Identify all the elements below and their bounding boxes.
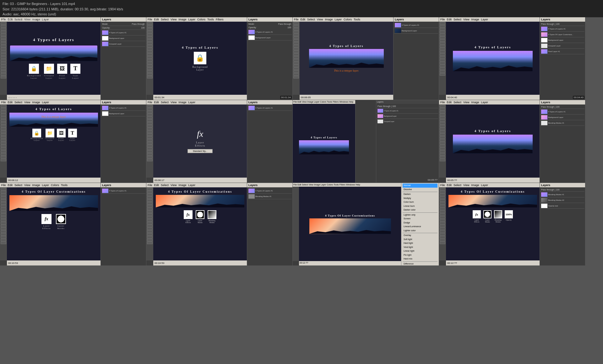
canvas-10: 4 Types Of Layer Customizations fx Layer… [153,187,247,260]
type-text: This is a tttttype layer. [41,115,66,118]
panel-12: FileEditSelectViewImageLayer 4 Types Of … [439,183,585,265]
layers-panel-12: Layers Pass through | 100 Blending Modes… [540,183,585,265]
icon-background: 🔒 BackgroundLayer [27,64,41,79]
layers-panel-3: Layers 4 Types of Layers #1 Background L… [393,17,439,100]
status-bar-4: 00:04:40 [446,95,540,100]
toolbar-4 [439,22,446,95]
title-line1: File: 03 - GIMP for Beginners - Layers 1… [3,1,600,7]
timestamp-2: 00:01:34 [280,96,292,99]
panel-4: FileEditSelectViewImageLayer [439,17,585,100]
toolbar-3 [293,22,300,95]
layers-panel-8: Layers Pass through | 100 4 Types of Lay… [540,100,585,183]
canvas-4: 4 Types of Layers [446,22,540,95]
panels-grid: FileEditSelectViewImageLayer [0,17,603,364]
icons-row-9: fx LayerEffects LayerMasks [41,214,66,230]
panel-9: FileEditSelectViewImageLayerColorsTools … [0,183,146,265]
title-line2: Size: 221316604 bytes (211.11 MiB), dura… [3,7,600,12]
toolbar-9 [0,187,7,260]
icons-row-10: fx LayerEffects LayerMasks BlendingModes [184,210,216,223]
icon-type: T TypeLayer [70,64,80,79]
panel-10: FileEditSelectViewImageLayer 4 Types Of … [146,183,292,265]
status-bar-8: 00:05:?? [446,178,540,183]
status-bar-12: 00:12:?? [446,260,540,265]
toolbar-8 [439,104,446,178]
toolbar-5 [0,104,7,178]
icon-grouped: 📁 GroupedLayer [44,64,54,79]
panel-7: File Edit View Image Layer Colors Tools … [293,100,439,183]
canvas-title-1: 4 Types of Layers [33,37,74,42]
fx-icon-item: fx LayerEffects [41,214,52,230]
panel-11: File Edit Select View Image Layer Colors… [293,183,439,265]
toolbar-12 [439,187,446,260]
layer-row-1: 4 Types of Layers #1 [101,30,145,35]
toolbar-10 [146,187,153,260]
status-bar-3: 00:06:05 [300,95,393,100]
status-bar-6: 00:06:17 [153,178,247,183]
canvas-6: fx LayerEffects Standard Sty... [153,104,247,178]
fx-icon-6: fx [197,129,203,139]
fx-icon-12: fx LayerEffects [473,210,481,223]
icons-row-12: fx LayerEffects LayerMasks BlendingModes [473,210,513,223]
canvas-5: 4 Types of Layers This is a tttttype lay… [7,104,100,178]
layers-panel-1: Layers Mode:Pass through Opacity:100 4 T… [100,17,146,100]
status-bar-2: 00:01:34 [153,95,247,100]
layer-row-2: Background Layer [101,35,145,41]
canvas-9: 4 Types Of Layer Customizations fx Layer… [7,187,100,260]
layers-panel-10: Layers 4 Types of Layers #1 Blending Mod… [247,183,292,265]
canvas-12: 4 Types Of Layer Customizations fx Layer… [446,187,540,260]
toolbar-6 [146,104,153,178]
standard-style: Standard Sty... [187,149,213,153]
panel-1: FileEditSelectViewImageLayer [0,17,146,100]
panel-2: FileEditSelectViewImageLayerColorsToolsF… [146,17,292,100]
icons-row-5: 🔒 BackgroundLayer 📁 GroupedLayer 🖼 Pixel… [30,129,77,141]
mask-icon-item: LayerMasks [56,214,66,230]
canvas-3: 4 Types of Layers This is a tttttype lay… [300,22,393,95]
title-line3: Audio: aac, 48000 Hz, stereo (und) [3,12,600,17]
title-bar: File: 03 - GIMP for Beginners - Layers 1… [0,0,603,17]
canvas-1: 4 Types of Layers 🔒 BackgroundLayer 📁 Gr… [7,22,100,95]
panel-3: FileEditSelectViewImageLayerColorsTools [293,17,439,100]
toolbar-2 [146,22,153,95]
canvas-2: 4 Types of Layers 🔒 BackgroundLayer [153,22,247,95]
opacity-icon-12: 100% Opacity [505,210,513,223]
sunset-image-1 [10,46,97,61]
toolbar-1 [0,22,7,95]
icon-pixel: 🖼 PixelLayer [57,64,67,79]
orange-text: This is a tttttype layer. [334,69,359,72]
layer-row-3: Grouped Layer [101,41,145,47]
layers-panel-2: Layers Mode:Pass through Opacity:100 4 T… [247,17,292,100]
timestamp-4: 00:04:40 [573,96,584,99]
title-line4: Video: h264, yuv420p, 1280×720, 29.97 fp… [3,17,600,22]
layers-panel-9: Layers 4 Types of Layers #1 [100,183,146,265]
status-bar-10: 00:10:53 [153,260,247,265]
blend-modes-dropdown: Normal Dissolve Darken Multiply Color bu… [401,183,439,265]
mask-icon-12: LayerMasks [483,210,492,223]
layers-panel-6: Layers 4 Types of Layers #1 [247,100,292,183]
blend-icon-12: BlendingModes [494,210,502,223]
status-bar-9: 00:10:53 [7,260,100,265]
panel-8: FileEditSelectViewImageLayer 4 Types of … [439,100,585,183]
status-bar-5: 00:06:12 [7,178,100,183]
status-bar-1: -:- - - - - [7,95,100,100]
icons-row-1: 🔒 BackgroundLayer 📁 GroupedLayer 🖼 Pixel… [27,64,80,79]
layers-panel-4: Layers Pass through | 100 4 Types of Lay… [540,17,585,100]
panel-5: FileEditSelectViewImageLayer 4 Types of … [0,100,146,183]
layers-panel-5: Layers 4 Types of Layers #1 Background L… [100,100,146,183]
panel-6: FileEditSelectViewImageLayer fx LayerEff… [146,100,292,183]
background-lock-icon: 🔒 BackgroundLayer [192,52,208,71]
canvas-8: 4 Types of Layers [446,104,540,178]
